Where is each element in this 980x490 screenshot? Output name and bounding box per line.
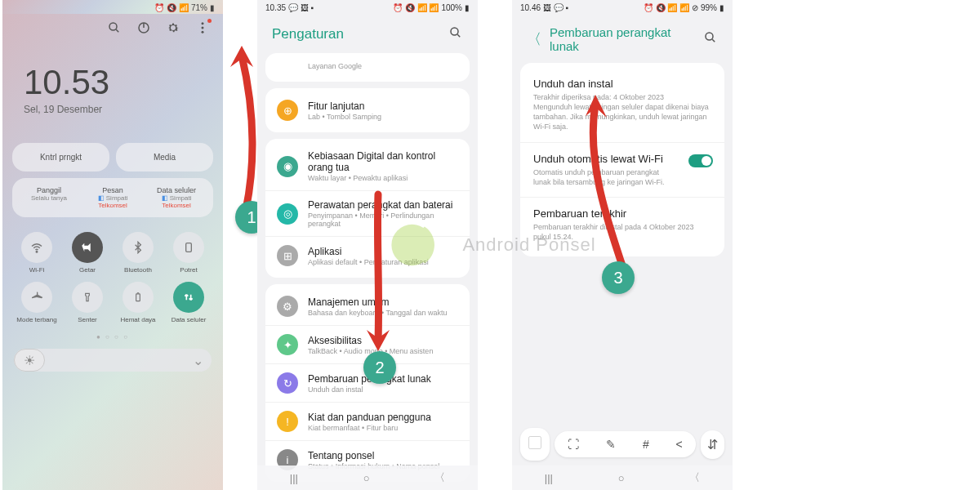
qs-flashlight[interactable]: Senter [65,282,110,323]
page-indicator: ● ○ ○ ○ [2,332,223,342]
svg-point-3 [202,27,204,29]
settings-gear-icon[interactable] [166,20,180,35]
qs-wifi[interactable]: Wi-Fi [14,232,60,274]
settings-item-general[interactable]: ⚙ Manajemen umumBahasa dan keyboard • Ta… [265,287,470,325]
svg-rect-7 [136,294,140,301]
device-control-card[interactable]: Kntrl prngkt [12,143,109,172]
qs-rotation[interactable]: Potret [166,232,212,274]
svg-point-2 [202,22,204,24]
qs-vibrate[interactable]: Getar [65,232,110,274]
search-icon[interactable] [448,25,463,43]
settings-item-apps[interactable]: ⊞ AplikasiAplikasi default • Pengaturan … [265,236,470,274]
settings-item-wellbeing[interactable]: ◉ Kebiasaan Digital dan kontrol orang tu… [265,142,470,190]
back-button[interactable]: 〈 [434,470,445,485]
settings-item-google[interactable]: Layanan Google [265,56,470,78]
svg-rect-6 [186,243,192,252]
advanced-icon: ⊕ [277,100,298,121]
settings-item-advanced[interactable]: ⊕ Fitur lanjutanLab • Tombol Samping [265,91,470,129]
qs-mobiledata[interactable]: Data seluler [166,282,212,323]
softwareupdate-icon: ↻ [277,372,298,394]
qs-airplane[interactable]: Mode terbang [14,282,60,323]
qs-bluetooth[interactable]: Bluetooth [115,232,161,274]
screenshot-toolbar: ⛶ ✎ # < [555,431,696,457]
android-navbar: ||| ○ 〈 [257,466,478,490]
scroll-capture-icon[interactable]: ⇵ [701,430,724,459]
page-title: Pengaturan [272,26,344,42]
devicecare-icon: ◎ [277,203,298,225]
edit-icon[interactable]: ✎ [606,438,616,451]
screenshot-quick-panel: ⏰ 🔇 📶 71% ▮ 10.53 Sel, 19 Desember Kntrl… [2,0,223,490]
crop-icon[interactable]: ⛶ [568,438,579,451]
back-icon[interactable]: 〈 [527,29,541,49]
search-icon[interactable] [703,30,718,48]
back-button[interactable]: 〈 [689,470,700,485]
annotation-step-2: 2 [363,351,396,384]
tag-icon[interactable]: # [643,438,649,451]
mute-icon: 🔇 [167,3,176,12]
status-bar: ⏰ 🔇 📶 71% ▮ [2,0,223,14]
settings-item-devicecare[interactable]: ◎ Perawatan perangkat dan bateraiPenyimp… [265,190,470,236]
screenshot-thumbnail[interactable] [520,428,550,461]
general-icon: ⚙ [277,296,298,317]
accessibility-icon: ✦ [277,334,298,355]
svg-rect-10 [529,437,541,449]
update-download-install[interactable]: Unduh dan instal Terakhir diperiksa pada… [520,68,724,142]
svg-point-9 [706,33,713,40]
wifi-auto-toggle[interactable] [688,154,713,167]
apps-icon: ⊞ [277,245,298,266]
quick-panel-actions [2,14,223,38]
power-icon[interactable] [136,20,151,35]
settings-item-tips[interactable]: ! Kiat dan panduan penggunaKiat bermanfa… [265,402,470,440]
recents-button[interactable]: ||| [545,472,553,484]
update-last[interactable]: Pembaruan terakhir Pembaruan terakhir di… [520,197,724,252]
search-icon[interactable] [107,20,122,35]
expand-chevron-icon[interactable]: ⌄ [193,353,212,368]
tips-icon: ! [277,411,298,432]
screenshot-software-update: 10.46 🖼 💬 ▪ ⏰ 🔇 📶 📶 ⊘ 99% ▮ 〈 Pembaruan … [512,0,733,490]
svg-point-0 [109,23,117,30]
brightness-slider-row: ☀ ⌄ [14,349,212,372]
more-icon[interactable] [195,20,210,35]
svg-point-4 [202,31,204,33]
sim-manager-card[interactable]: Panggil Selalu tanya Pesan ◧ Simpati Tel… [12,178,213,217]
signal-icon: 📶 [179,3,189,12]
battery-icon: ▮ [210,3,215,12]
brightness-slider[interactable]: ☀ ⌄ [14,349,212,372]
wellbeing-icon: ◉ [277,156,298,177]
battery-text: 71% [191,3,207,12]
clock-widget: 10.53 Sel, 19 Desember [2,38,223,120]
home-button[interactable]: ○ [363,472,370,484]
status-bar: 10.46 🖼 💬 ▪ ⏰ 🔇 📶 📶 ⊘ 99% ▮ [512,0,733,14]
annotation-step-3: 3 [602,261,635,294]
clock-date: Sel, 19 Desember [24,104,202,115]
qs-powersave[interactable]: Hemat daya [115,282,161,323]
svg-point-5 [36,252,38,253]
recents-button[interactable]: ||| [290,472,298,484]
quick-settings-grid: Wi-Fi Getar Bluetooth Potret Mode terban… [2,224,223,332]
alarm-icon: ⏰ [154,3,164,12]
brightness-knob[interactable]: ☀ [14,349,45,372]
home-button[interactable]: ○ [618,472,625,484]
screenshot-settings: 10.35 💬 🖼 ▪ ⏰ 🔇 📶 📶 100% ▮ Pengaturan La… [257,0,478,490]
media-card[interactable]: Media [116,143,213,172]
share-icon[interactable]: < [675,438,682,451]
page-title: Pembaruan perangkat lunak [550,25,703,53]
update-auto-wifi[interactable]: Unduh otomatis lewat Wi-Fi Otomatis undu… [520,142,724,197]
android-navbar: ||| ○ 〈 [512,466,733,490]
svg-point-8 [451,28,458,35]
status-bar: 10.35 💬 🖼 ▪ ⏰ 🔇 📶 📶 100% ▮ [257,0,478,14]
clock-time: 10.53 [24,63,202,102]
